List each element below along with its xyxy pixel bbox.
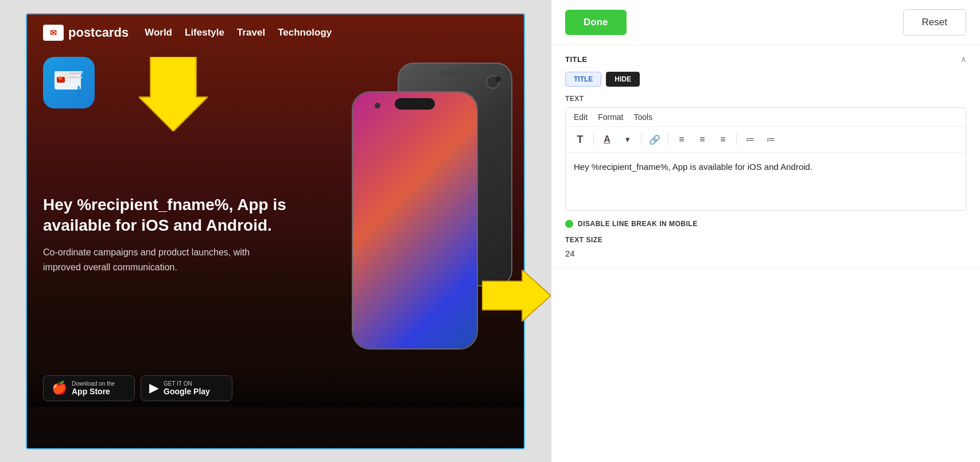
chevron-down-icon: ▾ <box>625 134 630 145</box>
logo-text: postcards <box>68 25 129 40</box>
section-title-label: TITLE <box>565 55 588 64</box>
phone-notch <box>395 98 435 110</box>
phone-front <box>352 91 478 350</box>
text-size-icon[interactable]: T <box>571 131 589 147</box>
svg-marker-0 <box>139 57 208 131</box>
yellow-down-arrow-icon <box>139 57 208 134</box>
nav-links: World Lifestyle Travel Technology <box>145 27 332 38</box>
right-panel: Done Reset TITLE ∧ TITLE HIDE TEXT Edit … <box>551 0 980 462</box>
align-center-button[interactable]: ≡ <box>694 131 711 147</box>
format-menu[interactable]: Format <box>598 112 623 122</box>
hide-toggle-button[interactable]: HIDE <box>606 72 640 87</box>
done-button[interactable]: Done <box>565 10 627 35</box>
phone-front-camera <box>375 103 380 108</box>
nav-link-world[interactable]: World <box>145 27 172 38</box>
preview-card: ✉ postcards World Lifestyle Travel Techn… <box>26 13 525 449</box>
phone-camera-lens <box>495 76 501 82</box>
text-field-label: TEXT <box>565 95 966 103</box>
text-editor[interactable]: Edit Format Tools T A ▾ 🔗 ≡ ≡ ≡ ≔ <box>565 107 966 211</box>
chevron-up-icon[interactable]: ∧ <box>960 55 966 64</box>
disable-linebreak-label: DISABLE LINE BREAK IN MOBILE <box>578 220 698 228</box>
toolbar-divider-2 <box>641 134 641 145</box>
hero-title: Hey %recipient_fname%, App is available … <box>43 195 301 236</box>
nav-link-travel[interactable]: Travel <box>237 27 265 38</box>
editor-toolbar: T A ▾ 🔗 ≡ ≡ ≡ ≔ ≔ <box>566 127 966 153</box>
hero-description: Co-ordinate campaigns and product launch… <box>43 245 261 274</box>
title-section: TITLE ∧ TITLE HIDE TEXT Edit Format Tool… <box>551 45 980 268</box>
nav-link-lifestyle[interactable]: Lifestyle <box>185 27 224 38</box>
toolbar-divider-3 <box>668 134 668 145</box>
ordered-list-button[interactable]: ≔ <box>741 131 759 147</box>
nav-link-technology[interactable]: Technology <box>278 27 332 38</box>
font-color-dropdown[interactable]: ▾ <box>619 131 636 147</box>
toggle-indicator[interactable] <box>565 220 573 228</box>
font-color-button[interactable]: A <box>598 131 616 147</box>
toolbar-divider-1 <box>593 134 594 145</box>
phone-screen <box>353 92 477 348</box>
hero-area: Hey %recipient_fname%, App is available … <box>27 51 524 407</box>
align-left-button[interactable]: ≡ <box>673 131 690 147</box>
editor-menubar: Edit Format Tools <box>566 108 966 127</box>
unordered-list-button[interactable]: ≔ <box>762 131 779 147</box>
disable-linebreak-option: DISABLE LINE BREAK IN MOBILE <box>565 220 966 228</box>
edit-menu[interactable]: Edit <box>574 112 588 122</box>
toggle-row: TITLE HIDE <box>565 72 966 87</box>
text-size-label: TEXT SIZE <box>565 236 966 244</box>
tools-menu[interactable]: Tools <box>633 112 652 122</box>
svg-marker-8 <box>482 270 551 321</box>
yellow-right-arrow-icon <box>482 270 551 324</box>
right-header: Done Reset <box>551 0 980 45</box>
align-right-button[interactable]: ≡ <box>714 131 732 147</box>
toolbar-divider-4 <box>736 134 737 145</box>
app-icon <box>43 57 95 108</box>
text-size-value: 24 <box>565 249 966 258</box>
svg-point-4 <box>59 76 62 80</box>
left-preview-panel: ✉ postcards World Lifestyle Travel Techn… <box>0 0 551 462</box>
nav-logo: ✉ postcards <box>43 25 129 41</box>
title-toggle-button[interactable]: TITLE <box>565 72 601 87</box>
section-header: TITLE ∧ <box>565 55 966 64</box>
reset-button[interactable]: Reset <box>903 9 966 36</box>
editor-content[interactable]: Hey %recipient_fname%, App is available … <box>566 153 966 210</box>
link-button[interactable]: 🔗 <box>646 131 663 147</box>
logo-icon: ✉ <box>43 25 64 41</box>
